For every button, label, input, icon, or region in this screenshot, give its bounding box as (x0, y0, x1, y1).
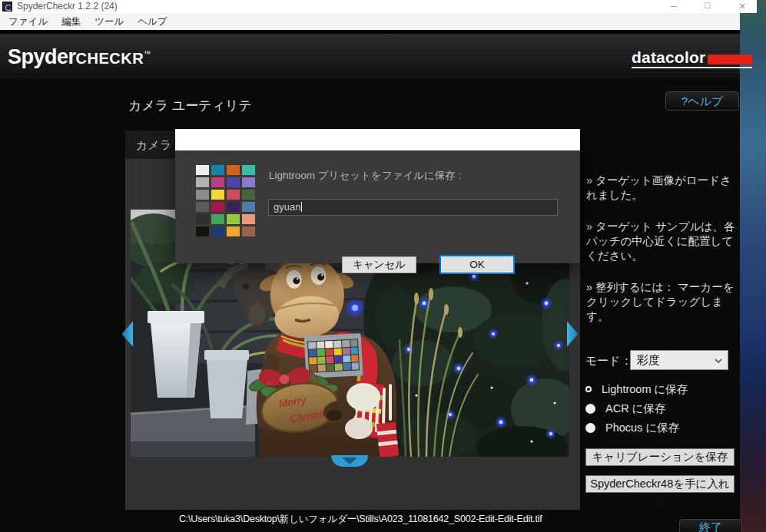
radio-icon[interactable] (585, 404, 595, 414)
color-swatch (196, 226, 209, 236)
input-text: gyuan (274, 201, 300, 213)
close-button[interactable]: ✕ (731, 0, 754, 13)
color-swatch (227, 226, 240, 236)
color-swatch (227, 214, 240, 224)
preset-name-input[interactable]: gyuan (268, 199, 558, 216)
color-swatch (196, 177, 209, 187)
window-title: SpyderCheckr 1.2.2 (24) (17, 0, 118, 13)
color-swatch (242, 165, 255, 175)
radio-label: ACR に保存 (605, 401, 665, 416)
color-swatch (242, 214, 255, 224)
color-swatch (211, 214, 224, 224)
title-bar: SpyderCheckr 1.2.2 (24) ─ ☐ ✕ (0, 0, 757, 13)
get-spydercheckr48-button[interactable]: SpyderCheckr48を手に入れる (585, 475, 734, 493)
color-swatch (211, 202, 224, 212)
instruction-messages: » ターゲット画像がロードされました。 » ターゲット サンプルは、各パッチの中… (586, 173, 740, 341)
color-swatch (196, 214, 209, 224)
instruction-align: » 整列するには： マーカーをクリックしてドラッグします。 (586, 280, 740, 324)
page-title: カメラ ユーティリテ (128, 97, 252, 114)
color-swatch (242, 177, 255, 187)
cancel-button[interactable]: キャンセル (342, 256, 416, 273)
desktop-wallpaper (740, 0, 766, 532)
menu-edit[interactable]: 編集 (55, 13, 88, 30)
color-swatch (211, 190, 224, 200)
vendor-text: datacolor (632, 51, 705, 64)
radio-save-acr[interactable]: ACR に保存 (585, 402, 735, 415)
instruction-loaded: » ターゲット画像がロードされました。 (586, 173, 740, 203)
color-swatch (211, 165, 224, 175)
logo-tm: ™ (144, 50, 151, 58)
app-icon (2, 2, 12, 12)
minimize-button[interactable]: ─ (662, 0, 685, 13)
dialog-prompt: Lightroom プリセットをファイルに保存 : (269, 169, 461, 183)
spydercheckr-logo: SpyderCHECKR™ (8, 45, 151, 69)
mode-dropdown[interactable]: 彩度 (630, 350, 728, 370)
logo-checkr: CHECKR (76, 50, 144, 67)
logo-spyder: Spyder (8, 45, 76, 68)
loaded-file-path: C:\Users\tuka3\Desktop\新しいフォルダー\Stills\A… (179, 513, 542, 526)
radio-save-lightroom[interactable]: Lightroom に保存 (585, 383, 735, 395)
ok-button[interactable]: OK (439, 255, 515, 274)
color-swatch (227, 190, 240, 200)
chevron-down-icon (715, 359, 722, 363)
color-swatch (242, 202, 255, 212)
help-button[interactable]: ?ヘルプ (665, 91, 739, 111)
menu-file[interactable]: ファイル (2, 13, 55, 30)
maximize-button[interactable]: ☐ (696, 0, 719, 13)
mode-label: モード： (585, 354, 632, 368)
color-swatch (227, 165, 240, 175)
save-calibration-button[interactable]: キャリブレーションを保存 (585, 448, 734, 466)
color-swatch (211, 177, 224, 187)
radio-save-phocus[interactable]: Phocus に保存 (585, 421, 735, 434)
color-swatch (227, 177, 240, 187)
mode-value: 彩度 (637, 353, 660, 366)
menu-bar: ファイル 編集 ツール ヘルプ (0, 13, 740, 30)
radio-icon[interactable] (585, 386, 592, 392)
color-swatch (242, 226, 255, 236)
down-arrow-icon[interactable] (331, 455, 368, 467)
radio-icon[interactable] (585, 423, 595, 433)
swatch-grid (196, 165, 255, 236)
radio-label: Lightroom に保存 (602, 382, 688, 397)
color-swatch (196, 165, 209, 175)
menu-help[interactable]: ヘルプ (131, 13, 174, 30)
brand-band: SpyderCHECKR™ datacolor (0, 34, 740, 79)
exit-button[interactable]: 終了 (679, 519, 742, 532)
photo-color-card (304, 333, 363, 378)
vendor-red-block (708, 55, 752, 64)
color-swatch (242, 190, 255, 200)
instruction-samples: » ターゲット サンプルは、各パッチの中心近くに配置してください。 (586, 220, 740, 263)
save-preset-dialog: Lightroom プリセットをファイルに保存 : gyuan キャンセル OK (175, 129, 580, 263)
color-swatch (227, 202, 240, 212)
color-swatch (196, 190, 209, 200)
datacolor-logo: datacolor (632, 51, 752, 68)
app-window: SpyderCheckr 1.2.2 (24) ─ ☐ ✕ ファイル 編集 ツー… (0, 0, 766, 532)
text-caret (301, 202, 302, 212)
dialog-body: Lightroom プリセットをファイルに保存 : gyuan キャンセル OK (175, 150, 580, 263)
color-swatch (211, 226, 224, 236)
menu-tools[interactable]: ツール (88, 13, 131, 30)
dialog-title-bar[interactable] (175, 129, 580, 150)
color-swatch (196, 202, 209, 212)
radio-label: Phocus に保存 (605, 421, 679, 435)
